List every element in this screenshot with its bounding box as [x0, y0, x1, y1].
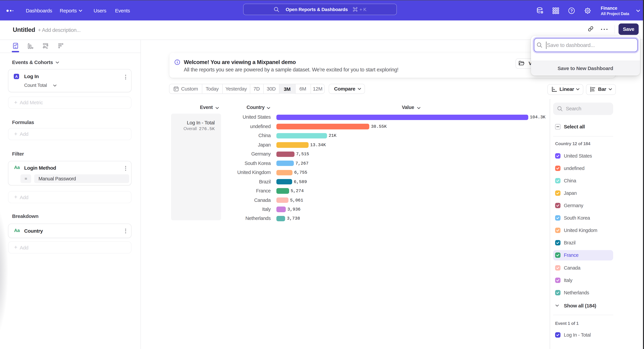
svg-text:?: ? — [570, 8, 573, 13]
